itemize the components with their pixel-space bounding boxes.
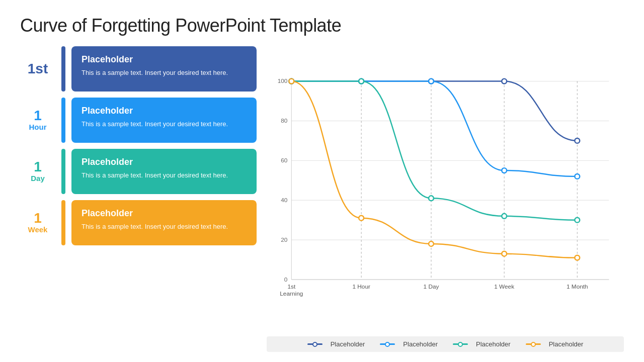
card-text-row-hour: This is a sample text. Insert your desir… xyxy=(82,119,247,129)
legend-dot xyxy=(312,342,317,347)
svg-point-37 xyxy=(502,214,507,219)
timeline-bar-row-hour xyxy=(61,98,65,143)
timeline-bar-row-1st xyxy=(61,46,65,92)
legend: PlaceholderPlaceholderPlaceholderPlaceho… xyxy=(267,336,624,352)
timeline-row-row-week: 1WeekPlaceholderThis is a sample text. I… xyxy=(20,200,257,245)
legend-item: Placeholder xyxy=(307,340,365,348)
card-text-row-day: This is a sample text. Insert your desir… xyxy=(82,170,247,180)
main-container: Curve of Forgetting PowerPoint Template … xyxy=(0,0,644,362)
svg-point-36 xyxy=(429,196,434,201)
legend-item: Placeholder xyxy=(453,340,511,348)
svg-point-40 xyxy=(359,216,364,221)
legend-dot xyxy=(458,342,463,347)
content-area: 1stPlaceholderThis is a sample text. Ins… xyxy=(20,46,624,352)
card-row-hour: PlaceholderThis is a sample text. Insert… xyxy=(71,98,257,143)
legend-label: Placeholder xyxy=(403,340,438,348)
legend-label: Placeholder xyxy=(549,340,584,348)
card-row-week: PlaceholderThis is a sample text. Insert… xyxy=(71,200,257,245)
timeline-unit-row-day: Day xyxy=(31,174,45,183)
page-title: Curve of Forgetting PowerPoint Template xyxy=(20,15,624,36)
card-row-day: PlaceholderThis is a sample text. Insert… xyxy=(71,149,257,194)
svg-point-39 xyxy=(289,79,294,84)
svg-point-28 xyxy=(575,138,580,143)
svg-text:1st: 1st xyxy=(287,283,295,290)
card-title-row-week: Placeholder xyxy=(82,208,247,219)
legend-dot xyxy=(531,342,536,347)
timeline-unit-row-week: Week xyxy=(28,225,48,234)
legend-item: Placeholder xyxy=(526,340,584,348)
svg-point-32 xyxy=(502,168,507,173)
right-panel: 0204060801001stLearning1 Hour1 Day1 Week… xyxy=(267,46,624,352)
svg-text:20: 20 xyxy=(281,236,288,243)
card-title-row-1st: Placeholder xyxy=(82,54,247,65)
legend-line xyxy=(307,343,323,345)
timeline-number-row-1st: 1st xyxy=(28,62,48,76)
card-row-1st: PlaceholderThis is a sample text. Insert… xyxy=(71,46,257,92)
svg-point-31 xyxy=(429,79,434,84)
timeline-number-row-day: 1 xyxy=(34,160,42,174)
card-title-row-day: Placeholder xyxy=(82,157,247,167)
timeline-row-row-hour: 1HourPlaceholderThis is a sample text. I… xyxy=(20,98,257,143)
svg-text:0: 0 xyxy=(284,276,288,283)
svg-text:60: 60 xyxy=(281,157,288,164)
timeline-label-row-day: 1Day xyxy=(20,160,55,183)
timeline-unit-row-hour: Hour xyxy=(29,123,47,132)
legend-line xyxy=(526,343,541,345)
svg-point-41 xyxy=(429,241,434,246)
chart-svg: 0204060801001stLearning1 Hour1 Day1 Week… xyxy=(267,46,624,334)
card-title-row-hour: Placeholder xyxy=(82,106,247,116)
legend-label: Placeholder xyxy=(331,340,365,348)
svg-text:1 Week: 1 Week xyxy=(494,283,514,290)
svg-text:1 Day: 1 Day xyxy=(424,283,439,290)
legend-line xyxy=(453,343,468,345)
legend-item: Placeholder xyxy=(380,340,438,348)
svg-text:100: 100 xyxy=(278,78,288,85)
timeline-number-row-week: 1 xyxy=(34,211,42,225)
legend-line xyxy=(380,343,395,345)
left-panel: 1stPlaceholderThis is a sample text. Ins… xyxy=(20,46,257,352)
timeline-number-row-hour: 1 xyxy=(34,109,42,123)
card-text-row-week: This is a sample text. Insert your desir… xyxy=(82,222,247,232)
timeline-row-row-1st: 1stPlaceholderThis is a sample text. Ins… xyxy=(20,46,257,92)
svg-text:Learning: Learning xyxy=(280,290,303,297)
chart-container: 0204060801001stLearning1 Hour1 Day1 Week… xyxy=(267,46,624,334)
svg-text:40: 40 xyxy=(281,197,288,204)
svg-text:1 Hour: 1 Hour xyxy=(352,283,370,290)
svg-point-33 xyxy=(575,174,580,179)
svg-text:1 Month: 1 Month xyxy=(567,283,588,290)
svg-point-27 xyxy=(502,79,507,84)
svg-point-38 xyxy=(575,218,580,223)
svg-point-43 xyxy=(575,255,580,260)
timeline-bar-row-day xyxy=(61,149,65,194)
timeline-label-row-hour: 1Hour xyxy=(20,109,55,132)
timeline-label-row-1st: 1st xyxy=(20,62,55,76)
timeline-bar-row-week xyxy=(61,200,65,245)
svg-text:80: 80 xyxy=(281,117,288,124)
card-text-row-1st: This is a sample text. Insert your desir… xyxy=(82,68,247,78)
legend-dot xyxy=(385,342,390,347)
timeline-row-row-day: 1DayPlaceholderThis is a sample text. In… xyxy=(20,149,257,194)
timeline-label-row-week: 1Week xyxy=(20,211,55,234)
svg-point-42 xyxy=(502,251,507,256)
legend-label: Placeholder xyxy=(476,340,511,348)
svg-point-35 xyxy=(359,79,364,84)
